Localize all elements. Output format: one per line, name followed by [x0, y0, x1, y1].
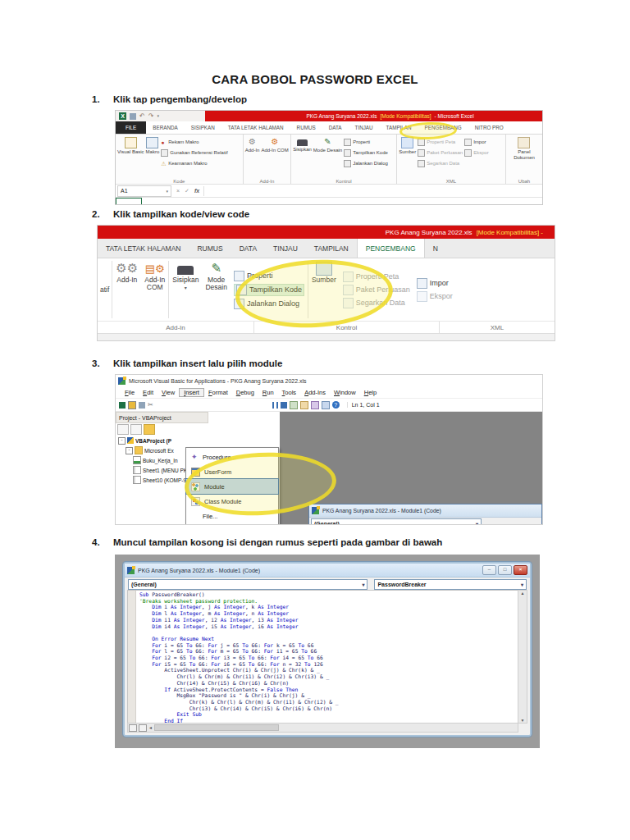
help-icon[interactable]: ? [332, 401, 340, 409]
tree-item-vbaproject[interactable]: - VBAProject (P [118, 436, 280, 445]
pause-icon[interactable] [272, 402, 278, 409]
design-mode-icon[interactable] [290, 401, 298, 409]
menu-item-class-module[interactable]: Class Module [186, 494, 278, 509]
stop-icon[interactable] [281, 402, 287, 409]
enter-icon[interactable]: ✓ [185, 188, 189, 194]
ekspor-button[interactable]: Ekspor [417, 291, 453, 302]
menubar-item[interactable]: Tools [278, 389, 301, 396]
undo-icon[interactable]: ↶ [139, 112, 145, 120]
tab-tata-letak-halaman[interactable]: TATA LETAK HALAMAN [98, 239, 189, 258]
tab-rumus[interactable]: RUMUS [290, 121, 322, 134]
view-object-button[interactable] [130, 424, 142, 435]
properti-button[interactable]: Properti [344, 137, 388, 147]
segarkan-data-button[interactable]: Segarkan Data [343, 298, 410, 308]
rekam-makro-button[interactable]: ●Rekam Makro [161, 137, 227, 147]
menubar-item[interactable]: Add-Ins [300, 389, 330, 396]
scroll-left-icon[interactable]: ◄ [148, 725, 153, 730]
save-icon[interactable] [139, 402, 145, 409]
tab-tampilan[interactable]: TAMPILAN [306, 239, 357, 258]
menubar-item[interactable]: Insert [179, 388, 204, 397]
full-module-view-icon[interactable] [139, 724, 147, 732]
redo-icon[interactable]: ↷ [148, 112, 154, 120]
tab-pengembang-active[interactable]: PENGEMBANG [357, 239, 425, 258]
menubar-item[interactable]: File [121, 389, 139, 396]
mode-desain-button[interactable]: ✎ Mode Desain [202, 258, 230, 321]
object-browser-icon[interactable] [322, 401, 330, 409]
tab-tata-letak-halaman[interactable]: TATA LETAK HALAMAN [221, 121, 290, 134]
scroll-up-icon[interactable]: ▲ [521, 591, 525, 596]
fx-icon[interactable]: fx [194, 188, 199, 194]
toggle-folders-button[interactable] [144, 424, 155, 435]
tab-file[interactable]: FILE [116, 121, 146, 134]
selected-cell-a1[interactable] [116, 198, 142, 205]
properti-peta-button[interactable]: Properti Peta [418, 137, 463, 147]
scroll-down-icon[interactable]: ▼ [521, 718, 525, 723]
view-object-icon[interactable] [128, 401, 136, 409]
tampilkan-kode-button[interactable]: Tampilkan Kode [344, 148, 388, 158]
object-dropdown[interactable]: (General) ▾ [311, 518, 482, 525]
procedure-dropdown[interactable]: PasswordBreaker ▾ [374, 579, 527, 590]
tab-tinjau[interactable]: TINJAU [349, 121, 380, 134]
jalankan-dialog-button[interactable]: Jalankan Dialog [344, 158, 388, 168]
addin-button[interactable]: ⚙⚙ Add-In [112, 258, 141, 321]
code-editor-area[interactable]: Sub PasswordBreaker()'Breaks worksheet p… [127, 590, 518, 724]
collapse-icon[interactable]: - [118, 437, 126, 445]
paket-perluasan-button[interactable]: Paket Perluasan [343, 285, 410, 295]
object-dropdown[interactable]: (General) ▾ [128, 579, 368, 590]
menu-item-userform[interactable]: UserForm [186, 464, 278, 479]
tab-tampilan[interactable]: TAMPILAN [380, 121, 418, 134]
properti-button[interactable]: Properti [234, 271, 304, 281]
addin-com-button[interactable]: ⚙ Add-In COM [261, 135, 288, 176]
addin-button[interactable]: ⚙ Add-In [245, 135, 260, 176]
procedure-view-icon[interactable] [129, 724, 137, 732]
vertical-scrollbar[interactable]: ▲ ▼ [518, 590, 527, 724]
addin-com-button[interactable]: ▤⚙ Add-In COM [141, 258, 168, 321]
menubar-item[interactable]: Window [330, 389, 360, 396]
sisipkan-button[interactable]: Sisipkan [293, 135, 312, 176]
tab-beranda[interactable]: BERANDA [146, 121, 184, 134]
qat-dropdown-icon[interactable]: ▾ [157, 112, 159, 120]
tab-sisipkan[interactable]: SISIPKAN [185, 121, 221, 134]
tab-nitro-pro-cut[interactable]: N [425, 239, 446, 258]
view-code-button[interactable] [117, 424, 129, 435]
sumber-button[interactable]: Sumber [399, 135, 416, 176]
properties-window-icon[interactable] [311, 401, 319, 409]
formula-bar[interactable] [203, 186, 542, 196]
tab-pengembang[interactable]: PENGEMBANG [418, 121, 468, 134]
tab-rumus[interactable]: RUMUS [189, 239, 231, 258]
segarkan-data-button[interactable]: Segarkan Data [418, 158, 463, 168]
menubar-item[interactable]: View [158, 389, 179, 396]
menubar-item[interactable]: Format [204, 389, 232, 396]
menu-item-file[interactable]: File... [186, 509, 278, 523]
close-button[interactable]: × [514, 565, 527, 575]
ekspor-button[interactable]: Ekspor [464, 148, 489, 158]
menubar-item[interactable]: Run [258, 389, 278, 396]
paket-perluasan-button[interactable]: Paket Perluasan [418, 148, 463, 158]
panel-dokumen-button[interactable]: Panel Dokumen [508, 135, 541, 176]
sisipkan-button[interactable]: Sisipkan ▾ [169, 258, 202, 321]
jalankan-dialog-button[interactable]: Jalankan Dialog [234, 299, 304, 309]
name-box[interactable]: A1 ▾ [117, 185, 171, 197]
tab-data[interactable]: DATA [322, 121, 349, 134]
visual-basic-button[interactable]: Visual Basic [117, 135, 144, 176]
keamanan-makro-button[interactable]: ⚠Keamanan Makro [161, 158, 227, 168]
menubar-item[interactable]: Help [360, 389, 381, 396]
tab-tinjau[interactable]: TINJAU [265, 239, 306, 258]
scrollbar-thumb[interactable] [154, 724, 279, 731]
project-explorer-icon[interactable] [300, 401, 308, 409]
cancel-icon[interactable]: × [176, 188, 180, 194]
menubar-item[interactable]: Edit [139, 389, 158, 396]
tab-nitro-pro[interactable]: NITRO PRO [468, 121, 510, 134]
tab-data[interactable]: DATA [231, 239, 265, 258]
menu-item-procedure[interactable]: ✦ Procedure... [186, 450, 278, 464]
save-icon[interactable] [130, 113, 136, 120]
excel-icon[interactable] [119, 402, 126, 409]
tampilkan-kode-button[interactable]: Tampilkan Kode [234, 284, 304, 296]
sumber-button[interactable]: Sumber [308, 258, 340, 321]
menu-item-module[interactable]: Module [186, 479, 278, 494]
mode-desain-button[interactable]: ✎ Mode Desain [313, 135, 342, 176]
collapse-icon[interactable]: - [126, 447, 133, 454]
properti-peta-button[interactable]: Properti Peta [343, 272, 410, 282]
menubar-item[interactable]: Debug [232, 389, 258, 396]
impor-button[interactable]: Impor [464, 137, 489, 147]
